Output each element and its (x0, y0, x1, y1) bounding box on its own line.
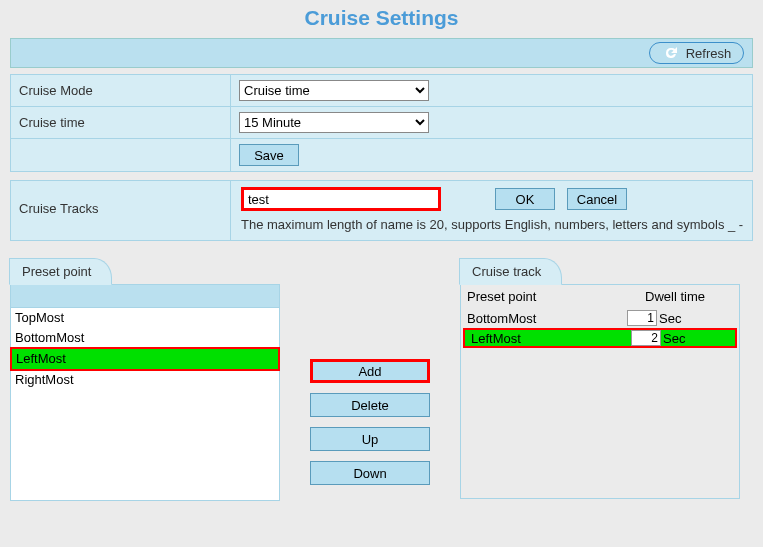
cruise-track-box: Cruise track Preset point Dwell time Bot… (460, 259, 740, 499)
preset-item[interactable]: TopMost (11, 308, 279, 328)
cruise-track-list: BottomMost Sec LeftMost Sec (461, 308, 739, 498)
cruise-tracks-panel: Cruise Tracks OK Cancel The maximum leng… (10, 180, 753, 241)
ok-button[interactable]: OK (495, 188, 555, 210)
delete-button[interactable]: Delete (310, 393, 430, 417)
down-button[interactable]: Down (310, 461, 430, 485)
refresh-icon (662, 46, 680, 60)
cruise-tracks-label: Cruise Tracks (11, 181, 231, 240)
refresh-bar: Refresh (10, 38, 753, 68)
add-button[interactable]: Add (310, 359, 430, 383)
cruise-track-tab: Cruise track (459, 258, 562, 285)
track-row[interactable]: LeftMost Sec (463, 328, 737, 348)
cruise-track-header: Preset point Dwell time (461, 285, 739, 308)
preset-item[interactable]: LeftMost (10, 347, 280, 371)
track-row[interactable]: BottomMost Sec (461, 308, 739, 328)
refresh-label: Refresh (686, 46, 732, 61)
up-button[interactable]: Up (310, 427, 430, 451)
action-buttons: Add Delete Up Down (300, 359, 440, 485)
track-name-note: The maximum length of name is 20, suppor… (241, 217, 744, 232)
track-row-unit: Sec (657, 311, 733, 326)
save-button[interactable]: Save (239, 144, 299, 166)
track-row-dwell-input[interactable] (627, 310, 657, 326)
track-row-dwell-input[interactable] (631, 330, 661, 346)
cancel-button[interactable]: Cancel (567, 188, 627, 210)
cruise-mode-label: Cruise Mode (11, 75, 231, 107)
settings-table: Cruise Mode Cruise time Cruise time 15 M… (10, 74, 753, 172)
preset-item[interactable]: BottomMost (11, 328, 279, 348)
cruise-mode-select[interactable]: Cruise time (239, 80, 429, 101)
refresh-button[interactable]: Refresh (649, 42, 744, 64)
preset-list: TopMost BottomMost LeftMost RightMost (11, 307, 279, 500)
cruise-time-select[interactable]: 15 Minute (239, 112, 429, 133)
track-row-preset: BottomMost (467, 311, 617, 326)
cruise-time-label: Cruise time (11, 107, 231, 139)
page-title: Cruise Settings (0, 0, 763, 30)
col-dwell-time: Dwell time (617, 289, 733, 304)
col-preset-point: Preset point (467, 289, 617, 304)
preset-item[interactable]: RightMost (11, 370, 279, 390)
track-row-preset: LeftMost (471, 331, 621, 346)
save-row-spacer (11, 139, 231, 172)
track-name-input[interactable] (241, 187, 441, 211)
preset-point-box: Preset point TopMost BottomMost LeftMost… (10, 259, 280, 501)
preset-point-tab: Preset point (9, 258, 112, 285)
track-row-unit: Sec (661, 331, 729, 346)
